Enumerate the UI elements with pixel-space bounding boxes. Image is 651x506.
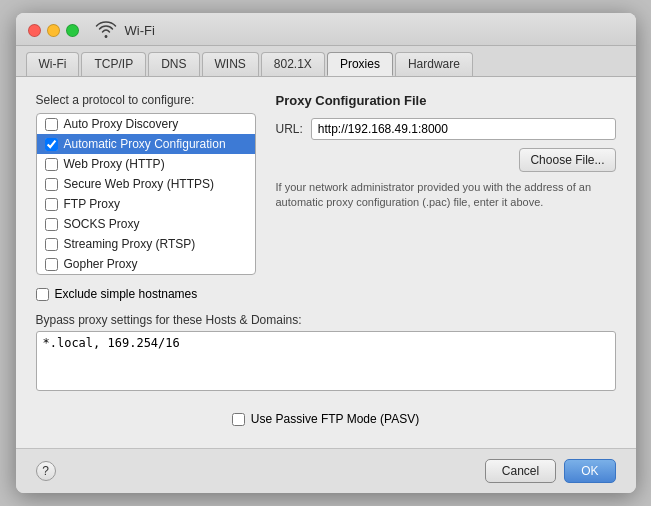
- tabs-bar: Wi-Fi TCP/IP DNS WINS 802.1X Proxies Har…: [16, 46, 636, 77]
- titlebar: Wi-Fi: [16, 13, 636, 46]
- proxy-info-text: If your network administrator provided y…: [276, 180, 616, 211]
- traffic-lights: [28, 24, 79, 37]
- footer-buttons: Cancel OK: [485, 459, 616, 483]
- tab-proxies[interactable]: Proxies: [327, 52, 393, 76]
- ftp-proxy-checkbox[interactable]: [45, 198, 58, 211]
- protocol-item-ftp-proxy[interactable]: FTP Proxy: [37, 194, 255, 214]
- tab-wins[interactable]: WINS: [202, 52, 259, 76]
- bypass-textarea[interactable]: [36, 331, 616, 391]
- tab-8021x[interactable]: 802.1X: [261, 52, 325, 76]
- protocol-item-automatic-proxy-config[interactable]: Automatic Proxy Configuration: [37, 134, 255, 154]
- footer: ? Cancel OK: [16, 448, 636, 493]
- two-column-layout: Select a protocol to configure: Auto Pro…: [36, 93, 616, 275]
- ok-button[interactable]: OK: [564, 459, 615, 483]
- exclude-row: Exclude simple hostnames: [36, 287, 616, 301]
- right-panel: Proxy Configuration File URL: Choose Fil…: [276, 93, 616, 275]
- wifi-icon: [95, 21, 117, 39]
- streaming-proxy-label: Streaming Proxy (RTSP): [64, 237, 196, 251]
- bypass-section: Bypass proxy settings for these Hosts & …: [36, 313, 616, 394]
- automatic-proxy-config-checkbox[interactable]: [45, 138, 58, 151]
- window-title: Wi-Fi: [125, 23, 155, 38]
- minimize-button[interactable]: [47, 24, 60, 37]
- pasv-row: Use Passive FTP Mode (PASV): [36, 406, 616, 432]
- protocol-list: Auto Proxy Discovery Automatic Proxy Con…: [36, 113, 256, 275]
- web-proxy-http-label: Web Proxy (HTTP): [64, 157, 165, 171]
- socks-proxy-label: SOCKS Proxy: [64, 217, 140, 231]
- bypass-label: Bypass proxy settings for these Hosts & …: [36, 313, 616, 327]
- protocol-item-web-proxy-http[interactable]: Web Proxy (HTTP): [37, 154, 255, 174]
- socks-proxy-checkbox[interactable]: [45, 218, 58, 231]
- close-button[interactable]: [28, 24, 41, 37]
- main-content: Select a protocol to configure: Auto Pro…: [16, 77, 636, 448]
- choose-file-button[interactable]: Choose File...: [519, 148, 615, 172]
- url-label: URL:: [276, 122, 303, 136]
- tab-tcpip[interactable]: TCP/IP: [81, 52, 146, 76]
- auto-proxy-discovery-label: Auto Proxy Discovery: [64, 117, 179, 131]
- ftp-proxy-label: FTP Proxy: [64, 197, 120, 211]
- exclude-hostnames-label: Exclude simple hostnames: [55, 287, 198, 301]
- streaming-proxy-checkbox[interactable]: [45, 238, 58, 251]
- cancel-button[interactable]: Cancel: [485, 459, 556, 483]
- proxy-config-title: Proxy Configuration File: [276, 93, 616, 108]
- window: Wi-Fi Wi-Fi TCP/IP DNS WINS 802.1X Proxi…: [16, 13, 636, 493]
- url-row: URL:: [276, 118, 616, 140]
- pasv-label: Use Passive FTP Mode (PASV): [251, 412, 419, 426]
- exclude-hostnames-checkbox[interactable]: [36, 288, 49, 301]
- gopher-proxy-checkbox[interactable]: [45, 258, 58, 271]
- protocol-item-secure-web-proxy[interactable]: Secure Web Proxy (HTTPS): [37, 174, 255, 194]
- tab-wifi[interactable]: Wi-Fi: [26, 52, 80, 76]
- protocol-item-auto-proxy-discovery[interactable]: Auto Proxy Discovery: [37, 114, 255, 134]
- pasv-checkbox[interactable]: [232, 413, 245, 426]
- url-input[interactable]: [311, 118, 616, 140]
- automatic-proxy-config-label: Automatic Proxy Configuration: [64, 137, 226, 151]
- tab-hardware[interactable]: Hardware: [395, 52, 473, 76]
- protocol-item-gopher-proxy[interactable]: Gopher Proxy: [37, 254, 255, 274]
- secure-web-proxy-label: Secure Web Proxy (HTTPS): [64, 177, 214, 191]
- left-panel: Select a protocol to configure: Auto Pro…: [36, 93, 256, 275]
- maximize-button[interactable]: [66, 24, 79, 37]
- protocol-item-socks-proxy[interactable]: SOCKS Proxy: [37, 214, 255, 234]
- tab-dns[interactable]: DNS: [148, 52, 199, 76]
- web-proxy-http-checkbox[interactable]: [45, 158, 58, 171]
- auto-proxy-discovery-checkbox[interactable]: [45, 118, 58, 131]
- gopher-proxy-label: Gopher Proxy: [64, 257, 138, 271]
- protocol-section-label: Select a protocol to configure:: [36, 93, 256, 107]
- secure-web-proxy-checkbox[interactable]: [45, 178, 58, 191]
- protocol-item-streaming-proxy[interactable]: Streaming Proxy (RTSP): [37, 234, 255, 254]
- help-button[interactable]: ?: [36, 461, 56, 481]
